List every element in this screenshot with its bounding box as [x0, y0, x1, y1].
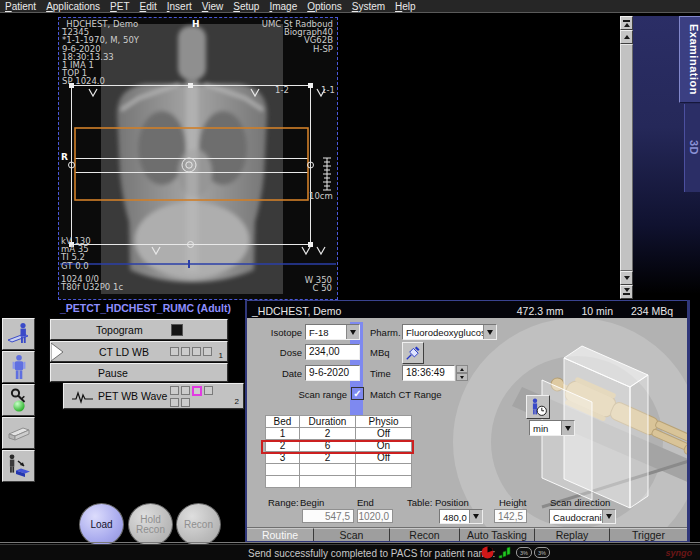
menu-patient[interactable]: Patient — [5, 1, 36, 12]
standing-patient-icon — [6, 354, 32, 380]
viewer-scrollbar[interactable] — [620, 16, 633, 299]
dropdown-arrow-icon[interactable] — [469, 510, 482, 523]
bed-row[interactable]: 26On — [266, 440, 412, 452]
tab-scan[interactable]: Scan — [314, 528, 390, 541]
orientation-left-label: R — [61, 153, 68, 161]
spin-down-icon[interactable] — [456, 373, 468, 381]
panel-header: _HDCHEST, Demo 472.3 mm10 min234 MBq — [247, 300, 687, 318]
step-number: 1 — [219, 351, 223, 360]
protocol-step-pause[interactable]: Pause — [50, 363, 228, 382]
viewer-site-info: UMC St RadboudBiograph40VG62BH-SP — [262, 20, 333, 53]
dose-input[interactable]: 234,00 — [305, 344, 360, 360]
isotope-select[interactable]: F-18 — [305, 324, 360, 340]
scanner-table-button[interactable] — [2, 417, 35, 449]
spin-up-icon[interactable] — [456, 365, 468, 373]
scan-direction-select[interactable]: Caudocranial — [549, 509, 616, 524]
pie-chart-icon — [481, 546, 494, 559]
menu-insert[interactable]: Insert — [167, 1, 192, 12]
bed-table[interactable]: BedDurationPhysio 12Off 26On 32Off — [265, 415, 412, 488]
viewer-image-info: 1024 0/0T80f U32P0 1c — [61, 275, 123, 291]
tab-recon[interactable]: Recon — [390, 528, 460, 541]
tab-trigger[interactable]: Trigger — [610, 528, 687, 541]
step-label: Topogram — [96, 324, 143, 336]
dose-measure-button[interactable] — [402, 342, 424, 364]
recon-job-boxes — [170, 386, 213, 396]
panel-body: Isotope F-18 Pharm. Fluorodeoxyglucose D… — [247, 318, 687, 527]
load-button[interactable]: Load — [79, 503, 124, 546]
recon-button[interactable]: Recon — [176, 503, 221, 546]
bed-row[interactable]: 12Off — [266, 428, 412, 440]
scroll-up-button[interactable] — [620, 30, 633, 44]
step-label: Pause — [98, 367, 128, 379]
patient-on-table-button[interactable] — [2, 318, 35, 350]
menu-pet[interactable]: PET — [110, 1, 129, 12]
menu-help[interactable]: Help — [395, 1, 416, 12]
dose-unit-label: MBq — [370, 347, 390, 358]
pharm-select[interactable]: Fluorodeoxyglucose — [402, 324, 497, 340]
duration-col-header: Duration — [300, 416, 356, 428]
time-spinner[interactable] — [456, 365, 468, 381]
scroll-down-button[interactable] — [620, 271, 633, 285]
step-label: PET WB Wave — [98, 390, 167, 402]
scan-range-checkbox[interactable]: ✓ — [351, 387, 364, 400]
scrollbar-thumb[interactable] — [620, 44, 633, 271]
range-tag-outer: 1-1 — [321, 86, 335, 94]
tab-3d[interactable]: 3D — [684, 104, 700, 192]
patient-button[interactable] — [2, 351, 35, 383]
bed-col-header: Bed — [266, 416, 300, 428]
status-divider — [0, 542, 700, 543]
dropdown-arrow-icon[interactable] — [483, 325, 496, 339]
bed-row[interactable] — [266, 464, 412, 476]
dropdown-arrow-icon[interactable] — [561, 421, 574, 435]
tab-examination[interactable]: Examination — [679, 16, 700, 103]
date-input[interactable]: 9-6-2020 — [305, 365, 360, 381]
hold-recon-button[interactable]: Hold Recon — [128, 503, 173, 546]
tab-routine[interactable]: Routine — [247, 528, 314, 541]
range-begin-field[interactable]: 547,5 — [302, 509, 354, 523]
time-input[interactable]: 18:36:49 — [402, 365, 455, 381]
scan-summary: 472.3 mm10 min234 MBq — [517, 305, 673, 317]
dropdown-arrow-icon[interactable] — [602, 510, 615, 523]
end-label: End — [357, 497, 374, 508]
topogram-thumb-icon — [171, 324, 183, 336]
physio-timing-button[interactable] — [526, 395, 550, 419]
tab-auto-tasking[interactable]: Auto Tasking — [460, 528, 535, 541]
menu-image[interactable]: Image — [269, 1, 297, 12]
duration-unit-select[interactable]: min — [529, 420, 575, 436]
status-bar: Send successfully completed to PACS for … — [0, 544, 700, 560]
topogram-viewport[interactable]: _HDCHEST, Demo12345*1-1-1970, M, 50Y9-6-… — [58, 17, 338, 300]
menu-options[interactable]: Options — [307, 1, 341, 12]
gauge-icon: 3% — [516, 547, 532, 558]
dose-label: Dose — [247, 347, 302, 358]
protocol-step-topogram[interactable]: Topogram — [50, 319, 228, 340]
table-height-field[interactable]: 142,5 — [494, 509, 527, 523]
patient-to-folder-icon — [6, 453, 32, 479]
range-label: Range: — [268, 497, 299, 508]
protocol-step-ct-ld-wb[interactable]: CT LD WB 1 — [50, 341, 228, 362]
step-label: CT LD WB — [99, 346, 149, 358]
recon-job-boxes — [170, 347, 212, 356]
bed-row[interactable] — [266, 476, 412, 488]
menu-applications[interactable]: Applications — [46, 1, 100, 12]
scan-parameters-panel: _HDCHEST, Demo 472.3 mm10 min234 MBq — [245, 300, 690, 543]
table-label: Table: — [407, 497, 432, 508]
patient-to-archive-button[interactable] — [2, 450, 35, 482]
protocol-step-pet-wb-wave[interactable]: PET WB Wave 2 — [63, 383, 244, 409]
key-status-button[interactable] — [2, 384, 35, 416]
scroll-first-button[interactable] — [620, 16, 633, 30]
viewer-acquisition-info: kV 130mA 35TI 5.2GT 0.0 — [61, 237, 91, 270]
bed-row[interactable]: 32Off — [266, 452, 412, 464]
menu-system[interactable]: System — [352, 1, 385, 12]
tab-replay[interactable]: Replay — [535, 528, 610, 541]
table-position-select[interactable]: 480,0 — [439, 509, 483, 524]
menu-edit[interactable]: Edit — [140, 1, 157, 12]
scale-label: 10cm — [309, 192, 333, 200]
menu-view[interactable]: View — [202, 1, 224, 12]
time-label: Time — [370, 368, 391, 379]
range-end-field[interactable]: 1020,0 — [357, 509, 393, 523]
menu-setup[interactable]: Setup — [233, 1, 259, 12]
dropdown-arrow-icon[interactable] — [346, 325, 359, 339]
waveform-icon — [72, 390, 94, 404]
scroll-last-button[interactable] — [620, 285, 633, 299]
physio-col-header: Physio — [356, 416, 412, 428]
